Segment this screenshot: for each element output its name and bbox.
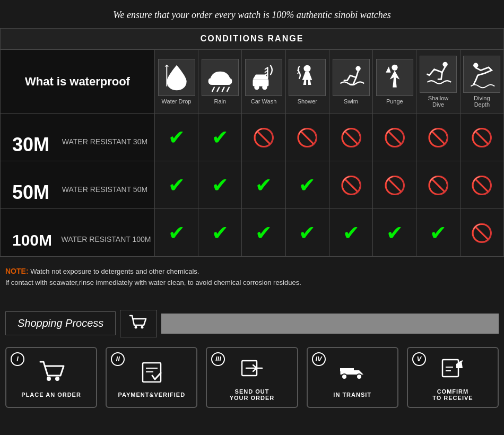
row-50m: 50M WATER RESISTANT 50M ✔ ✔ ✔ ✔ 🚫 🚫 🚫 🚫 (1, 161, 504, 209)
step-3-num: III (211, 352, 225, 366)
waterproof-table: What is waterproof Water Drop (0, 49, 504, 257)
col-label-rain: Rain (201, 98, 239, 105)
row-100m-label: 100M WATER RESISTANT 100M (1, 209, 155, 257)
row-30m-label: 30M WATER RESISTANT 30M (1, 114, 155, 161)
svg-point-7 (262, 85, 267, 90)
what-is-label: What is waterproof (1, 50, 155, 114)
step-5-num: V (412, 352, 426, 366)
svg-point-11 (304, 65, 311, 72)
svg-point-18 (135, 326, 137, 328)
process-steps: I PLACE AN ORDER II PAYME (5, 347, 499, 419)
col-label-carwash: Car Wash (244, 98, 283, 105)
svg-point-19 (141, 326, 144, 328)
step-sendout: III SEND OUT YOUR ORDER (206, 347, 298, 408)
row-100m: 100M WATER RESISTANT 100M ✔ ✔ ✔ ✔ ✔ ✔ ✔ … (1, 209, 504, 257)
note-line1: Watch not exposure to detergents and oth… (30, 267, 199, 275)
shopping-header: Shopping Process (5, 310, 499, 337)
row-30m: 30M WATER RESISTANT 30M ✔ ✔ 🚫 🚫 🚫 🚫 🚫 🚫 (1, 114, 504, 161)
step-payment: II PAYMENT&VERIFIED (106, 347, 197, 408)
step-4-icon (338, 360, 367, 387)
svg-point-21 (55, 377, 59, 381)
svg-point-28 (342, 374, 347, 379)
col-label-swim: Swim (332, 98, 370, 105)
col-label-shower: Shower (288, 98, 327, 105)
icon-cell-shallowdive: ShallowDive (416, 50, 460, 114)
step-3-label: SEND OUT YOUR ORDER (230, 388, 275, 401)
svg-point-17 (473, 63, 478, 67)
icon-cell-rain: Rain (198, 50, 242, 114)
step-2-icon (138, 360, 165, 387)
icon-cell-carwash: Car Wash (242, 50, 285, 114)
icon-cell-divingdepth: DivingDepth (460, 50, 503, 114)
col-label-divingdepth: DivingDepth (463, 95, 501, 108)
svg-line-2 (217, 87, 219, 91)
icon-cell-swim: Swim (329, 50, 372, 114)
step-transit: IV IN TRANSIT (307, 347, 398, 408)
col-label-punge: Punge (375, 98, 414, 105)
conditions-header: CONDITIONS RANGE (0, 28, 504, 49)
waterproof-section: CONDITIONS RANGE What is waterproof Wate… (0, 28, 504, 257)
svg-point-6 (254, 85, 259, 90)
shopping-label: Shopping Process (5, 311, 116, 335)
svg-line-1 (212, 87, 214, 91)
row-50m-label: 50M WATER RESISTANT 50M (1, 161, 155, 209)
col-label-waterdrop: Water Drop (157, 98, 196, 105)
step-4-label: IN TRANSIT (333, 392, 371, 398)
col-label-shallowdive: ShallowDive (419, 95, 457, 108)
svg-line-12 (298, 72, 300, 73)
svg-line-4 (227, 87, 229, 91)
note-line2: If contact with seawater,rinse immediate… (5, 277, 499, 289)
header-tagline: We ensure that your order every watch is… (0, 0, 504, 28)
step-place-order: I PLACE AN ORDER (5, 347, 97, 408)
step-2-label: PAYMENT&VERIFIED (118, 392, 185, 398)
shopping-bar-divider (161, 314, 499, 334)
step-1-label: PLACE AN ORDER (21, 392, 81, 398)
svg-point-16 (442, 62, 447, 66)
step-confirm: V COMFIRM TO RECEIVE (407, 347, 499, 408)
svg-point-29 (357, 374, 362, 379)
icon-row: What is waterproof Water Drop (1, 50, 504, 114)
svg-rect-31 (442, 360, 458, 377)
svg-point-20 (47, 377, 51, 381)
icon-cell-shower: Shower (285, 50, 329, 114)
icon-cell-punge: Punge (373, 50, 416, 114)
svg-line-3 (222, 87, 224, 91)
step-2-num: II (111, 352, 125, 366)
step-5-label: COMFIRM TO RECEIVE (432, 388, 473, 401)
note-section: NOTE: Watch not exposure to detergents a… (0, 257, 504, 299)
note-label: NOTE: (5, 267, 29, 275)
step-4-num: IV (312, 352, 326, 366)
shopping-cart-icon (120, 310, 157, 337)
step-5-icon (439, 356, 466, 384)
icon-cell-waterdrop: Water Drop (154, 50, 198, 114)
step-3-icon (239, 356, 265, 384)
svg-point-15 (392, 64, 397, 70)
svg-rect-5 (253, 79, 268, 86)
step-1-num: I (11, 352, 24, 366)
shopping-process-section: Shopping Process I PLACE AN ORDER (0, 299, 504, 419)
step-1-icon (38, 360, 65, 387)
